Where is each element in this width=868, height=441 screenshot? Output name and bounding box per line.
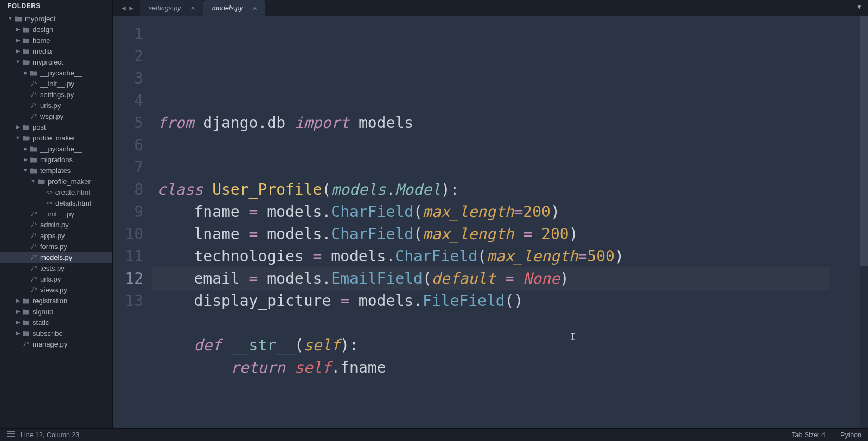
folder-tree[interactable]: ▼myproject▶design▶home▶media▼myproject▶_…	[0, 12, 112, 428]
code-line[interactable]: def __str__(self):	[157, 334, 830, 356]
folder-icon	[22, 123, 30, 131]
folder-icon	[22, 36, 30, 44]
python-file-icon: /*	[29, 244, 39, 250]
disclosure-icon: ▶	[23, 70, 28, 75]
code-line[interactable]: return self.fname	[157, 356, 830, 379]
code-line[interactable]	[157, 379, 830, 401]
code-line[interactable]: fname = models.CharField(max_length=200)	[157, 201, 830, 223]
text-cursor-icon: I	[570, 325, 571, 337]
folder-tree-item[interactable]: ▶__pycache__	[0, 143, 112, 154]
close-icon[interactable]: ×	[191, 4, 195, 12]
file-tree-item[interactable]: /*views.py	[0, 284, 112, 295]
folder-tree-item[interactable]: ▶signup	[0, 306, 112, 317]
folder-tree-item[interactable]: ▶post	[0, 122, 112, 132]
code-line[interactable]: from django.db import models	[157, 112, 830, 134]
code-line[interactable]: technologies = models.CharField(max_leng…	[157, 245, 830, 267]
status-tab-size[interactable]: Tab Size: 4	[792, 431, 825, 439]
file-tree-item[interactable]: /*__init__.py	[0, 78, 112, 89]
editor-tab[interactable]: settings.py×	[140, 0, 203, 16]
file-tree-item[interactable]: <>create.html	[0, 187, 112, 197]
file-tree-item[interactable]: /*manage.py	[0, 338, 112, 349]
file-tree-item[interactable]: /*admin.py	[0, 219, 112, 230]
editor-tab[interactable]: models.py×	[203, 0, 265, 16]
code-line[interactable]	[157, 156, 830, 178]
code-line[interactable]: display_picture = models.FileField()	[157, 290, 830, 312]
tab-bar: ◄ ► settings.py×models.py× ▼	[113, 0, 868, 16]
code-line[interactable]: lname = models.CharField(max_length = 20…	[157, 223, 830, 245]
folder-tree-item[interactable]: ▶design	[0, 24, 112, 35]
code-line[interactable]: class User_Profile(models.Model):	[157, 178, 830, 201]
folder-tree-item[interactable]: ▶static	[0, 317, 112, 328]
disclosure-icon: ▶	[15, 309, 21, 314]
tree-item-label: forms.py	[40, 242, 108, 251]
disclosure-icon: ▶	[15, 298, 21, 303]
folder-icon	[22, 58, 30, 66]
minimap-thumb[interactable]	[860, 16, 868, 266]
folder-icon	[22, 308, 30, 315]
close-icon[interactable]: ×	[253, 4, 257, 12]
tree-item-label: home	[33, 36, 108, 44]
disclosure-icon: ▶	[23, 146, 28, 151]
status-position[interactable]: Line 12, Column 23	[21, 431, 79, 439]
folder-tree-item[interactable]: ▶migrations	[0, 154, 112, 165]
minimap[interactable]	[830, 16, 868, 428]
folder-icon	[22, 25, 30, 33]
tree-item-label: urls.py	[40, 101, 108, 110]
code-line[interactable]: email = models.EmailField(default = None…	[157, 267, 830, 290]
tree-item-label: urls.py	[40, 275, 108, 283]
code-line[interactable]	[157, 134, 830, 156]
python-file-icon: /*	[29, 233, 39, 239]
file-tree-item[interactable]: /*__init__.py	[0, 208, 112, 219]
file-tree-item[interactable]: /*tests.py	[0, 263, 112, 273]
disclosure-icon: ▶	[23, 157, 28, 162]
folder-tree-item[interactable]: ▼myproject	[0, 13, 112, 24]
disclosure-icon: ▼	[23, 168, 28, 173]
sidebar-header: FOLDERS	[0, 0, 112, 12]
tree-item-label: details.html	[55, 199, 108, 207]
tree-item-label: settings.py	[40, 91, 108, 99]
code-line[interactable]	[157, 312, 830, 334]
disclosure-icon: ▼	[15, 59, 21, 65]
tree-item-label: apps.py	[40, 232, 108, 240]
python-file-icon: /*	[22, 341, 31, 347]
tree-item-label: media	[33, 47, 108, 55]
folder-tree-item[interactable]: ▼templates	[0, 165, 112, 176]
folder-tree-item[interactable]: ▶subscribe	[0, 328, 112, 338]
disclosure-icon: ▶	[15, 319, 21, 325]
folder-tree-item[interactable]: ▼profile_maker	[0, 176, 112, 187]
tree-item-label: profile_maker	[48, 177, 108, 186]
folder-tree-item[interactable]: ▶home	[0, 35, 112, 46]
tab-nav-arrows: ◄ ►	[115, 4, 140, 12]
folder-icon	[22, 329, 30, 337]
python-file-icon: /*	[29, 113, 39, 119]
tab-overflow-icon[interactable]: ▼	[856, 3, 863, 11]
tree-item-label: models.py	[40, 253, 108, 261]
file-tree-item[interactable]: <>details.html	[0, 197, 112, 208]
file-tree-item[interactable]: /*models.py	[0, 252, 112, 263]
tab-label: models.py	[212, 4, 243, 12]
tab-next-icon[interactable]: ►	[128, 4, 135, 12]
folder-tree-item[interactable]: ▼profile_maker	[0, 132, 112, 143]
tree-item-label: create.html	[55, 188, 108, 196]
folder-icon	[29, 69, 38, 76]
file-tree-item[interactable]: /*urls.py	[0, 273, 112, 284]
file-tree-item[interactable]: /*forms.py	[0, 241, 112, 252]
file-tree-item[interactable]: /*apps.py	[0, 230, 112, 241]
folder-tree-item[interactable]: ▼myproject	[0, 56, 112, 67]
tree-item-label: myproject	[33, 58, 108, 66]
disclosure-icon: ▼	[8, 16, 13, 21]
code-area[interactable]: I from django.db import models class Use…	[152, 16, 830, 428]
tab-prev-icon[interactable]: ◄	[120, 4, 127, 12]
hamburger-icon[interactable]	[7, 431, 15, 439]
folder-tree-item[interactable]: ▶registration	[0, 295, 112, 306]
file-tree-item[interactable]: /*urls.py	[0, 100, 112, 111]
python-file-icon: /*	[29, 92, 39, 98]
html-file-icon: <>	[44, 189, 54, 195]
python-file-icon: /*	[29, 103, 39, 108]
file-tree-item[interactable]: /*wsgi.py	[0, 111, 112, 122]
file-tree-item[interactable]: /*settings.py	[0, 89, 112, 100]
status-language[interactable]: Python	[840, 431, 861, 439]
folder-tree-item[interactable]: ▶__pycache__	[0, 67, 112, 78]
folder-icon	[22, 47, 30, 55]
folder-tree-item[interactable]: ▶media	[0, 46, 112, 56]
